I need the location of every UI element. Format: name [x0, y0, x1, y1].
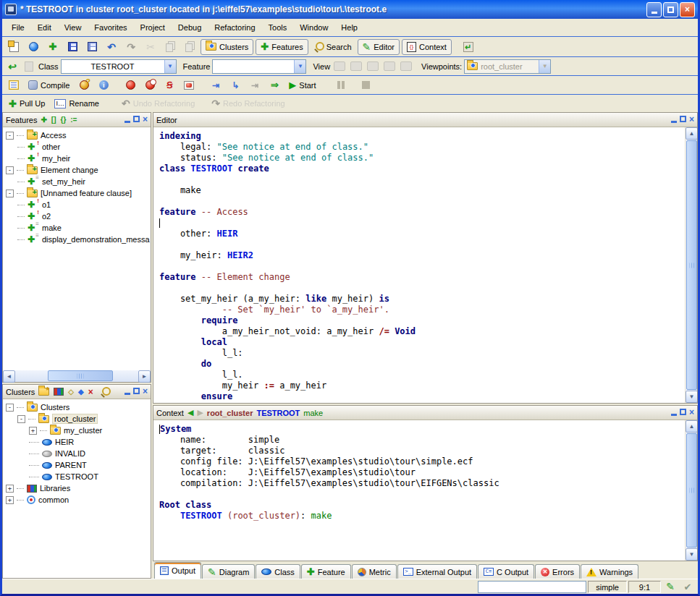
- add-item-icon[interactable]: ◇: [68, 388, 74, 396]
- features-horizontal-scrollbar[interactable]: ◄ ►: [3, 370, 151, 382]
- tab-class[interactable]: Class: [256, 564, 300, 579]
- search-tool-button[interactable]: Search: [311, 39, 355, 55]
- start-button[interactable]: ▶ Start: [285, 77, 319, 93]
- scroll-up-icon[interactable]: ▲: [686, 127, 697, 140]
- context-back-icon[interactable]: ◀: [187, 408, 193, 417]
- editor-minimize-icon[interactable]: [671, 121, 677, 123]
- features-minimize-icon[interactable]: [125, 121, 130, 123]
- view-basic-button[interactable]: [332, 59, 347, 74]
- save-all-button[interactable]: [83, 39, 101, 55]
- step-into-button[interactable]: ⇥: [207, 77, 224, 93]
- scroll-thumb[interactable]: [48, 370, 113, 381]
- feature-clause-access[interactable]: - Access: [6, 129, 151, 141]
- scroll-right-icon[interactable]: ►: [138, 370, 151, 383]
- view-interface-button[interactable]: [399, 59, 413, 74]
- clusters-tool-button[interactable]: Clusters: [201, 39, 253, 55]
- menu-window[interactable]: Window: [293, 20, 334, 35]
- menu-view[interactable]: View: [58, 20, 88, 35]
- menu-tools[interactable]: Tools: [262, 20, 294, 35]
- cluster-item-my-cluster[interactable]: + my_cluster: [29, 425, 151, 436]
- undo-refactoring-button[interactable]: ↶ Undo Refactoring: [118, 95, 198, 111]
- editor-maximize-icon[interactable]: [680, 116, 686, 122]
- class-item-invalid[interactable]: INVALID: [29, 448, 151, 459]
- menu-project[interactable]: Project: [134, 20, 172, 35]
- expand-icon[interactable]: +: [29, 427, 37, 435]
- viewpoints-combobox[interactable]: root_cluster ▼: [464, 59, 551, 74]
- paste-button[interactable]: [181, 39, 198, 55]
- cluster-item-root-cluster[interactable]: - root_cluster: [17, 413, 151, 425]
- cluster-item-clusters[interactable]: - Clusters: [6, 401, 151, 413]
- remove-item-icon[interactable]: ×: [88, 387, 93, 397]
- new-library-icon[interactable]: [54, 388, 64, 396]
- clusters-minimize-icon[interactable]: [125, 393, 130, 395]
- add-class-icon[interactable]: ◆: [78, 388, 84, 396]
- step-out-button[interactable]: ⇥: [246, 77, 263, 93]
- tab-feature[interactable]: ✚ Feature: [301, 564, 351, 579]
- collapse-icon[interactable]: -: [17, 415, 25, 423]
- scroll-up-icon[interactable]: ▲: [686, 420, 697, 433]
- run-to-cursor-button[interactable]: ⇒: [266, 77, 283, 93]
- features-maximize-icon[interactable]: [133, 116, 140, 122]
- context-output[interactable]: System name: simple target: classic conf…: [153, 420, 685, 561]
- disable-stop-points-button[interactable]: [141, 77, 159, 93]
- history-doc-button[interactable]: [22, 59, 36, 74]
- tab-warnings[interactable]: Warnings: [581, 564, 638, 579]
- project-settings-button[interactable]: [5, 77, 22, 93]
- undo-button[interactable]: ↶: [103, 39, 120, 55]
- context-close-icon[interactable]: ×: [689, 409, 694, 417]
- scroll-down-icon[interactable]: ▼: [686, 391, 697, 403]
- feature-clause-unnamed[interactable]: - [Unnamed feature clause]: [6, 187, 151, 199]
- close-button[interactable]: ×: [680, 2, 695, 17]
- menu-help[interactable]: Help: [334, 20, 364, 35]
- menu-refactoring[interactable]: Refactoring: [208, 20, 261, 35]
- menu-edit[interactable]: Edit: [31, 20, 58, 35]
- context-crumb-feature[interactable]: make: [303, 409, 323, 417]
- feature-combobox-arrow[interactable]: ▼: [294, 60, 305, 73]
- expand-icon[interactable]: +: [6, 496, 14, 504]
- editor-code[interactable]: indexing legal: "See notice at end of cl…: [153, 127, 685, 403]
- tab-metric[interactable]: Metric: [352, 564, 397, 579]
- cluster-item-common[interactable]: + common: [6, 494, 151, 506]
- new-cluster-icon[interactable]: [38, 388, 49, 396]
- clusters-maximize-icon[interactable]: [133, 388, 140, 394]
- maximize-button[interactable]: [663, 2, 678, 17]
- breakpoints-window-button[interactable]: [180, 77, 198, 93]
- class-combobox[interactable]: TESTROOT ▼: [61, 59, 177, 74]
- signature-brackets-icon[interactable]: []: [51, 116, 56, 124]
- scroll-thumb[interactable]: [686, 433, 697, 548]
- class-item-parent[interactable]: PARENT: [29, 459, 151, 471]
- tab-external-output[interactable]: >_ External Output: [397, 564, 477, 579]
- clusters-close-icon[interactable]: ×: [143, 388, 148, 396]
- class-item-heir[interactable]: HEIR: [29, 436, 151, 448]
- context-vertical-scrollbar[interactable]: ▲ ▼: [685, 420, 697, 561]
- minimize-button[interactable]: [646, 2, 662, 17]
- editor-close-icon[interactable]: ×: [689, 116, 694, 124]
- feature-item-set-my-heir[interactable]: ✚≡ set_my_heir: [17, 176, 151, 187]
- copy-button[interactable]: [161, 39, 179, 55]
- cluster-item-libraries[interactable]: + Libraries: [6, 482, 151, 494]
- context-crumb-cluster[interactable]: root_cluster: [207, 409, 253, 417]
- signature-braces-icon[interactable]: {}: [60, 116, 66, 124]
- feature-combobox[interactable]: ▼: [212, 59, 306, 74]
- collapse-icon[interactable]: -: [6, 404, 14, 412]
- signature-assign-icon[interactable]: :=: [70, 116, 77, 124]
- rename-button[interactable]: I… Rename: [51, 95, 103, 111]
- menu-favorites[interactable]: Favorites: [88, 20, 133, 35]
- context-tool-button[interactable]: {} Context: [402, 39, 452, 55]
- expand-icon[interactable]: +: [6, 485, 14, 493]
- feature-item-my-heir[interactable]: ✚! my_heir: [17, 153, 151, 164]
- tab-output[interactable]: Output: [154, 562, 201, 579]
- context-crumb-class[interactable]: TESTROOT: [256, 409, 300, 417]
- features-close-icon[interactable]: ×: [143, 116, 148, 124]
- collapse-icon[interactable]: -: [6, 166, 14, 174]
- menu-file[interactable]: File: [5, 20, 31, 35]
- tab-c-output[interactable]: C≡ C Output: [478, 564, 534, 579]
- cut-button[interactable]: ✂: [142, 39, 159, 55]
- redo-refactoring-button[interactable]: ↷ Redo Refactoring: [208, 95, 288, 111]
- compile-button[interactable]: Compile: [25, 77, 73, 93]
- view-clickable-button[interactable]: [349, 59, 363, 74]
- status-search-input[interactable]: [478, 581, 586, 593]
- tab-errors[interactable]: ✕ Errors: [535, 564, 580, 579]
- view-contract-button[interactable]: [382, 59, 397, 74]
- feature-item-display-demonstration-message[interactable]: ✚≡ display_demonstration_messa: [17, 234, 151, 245]
